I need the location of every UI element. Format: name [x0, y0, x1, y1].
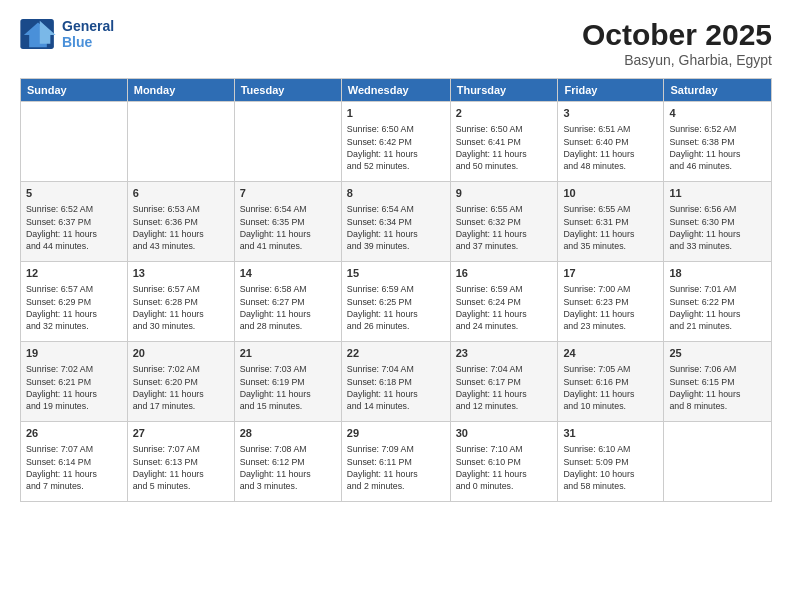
day-info: Sunrise: 7:03 AM Sunset: 6:19 PM Dayligh…: [240, 363, 336, 412]
day-cell: 20Sunrise: 7:02 AM Sunset: 6:20 PM Dayli…: [127, 342, 234, 422]
day-info: Sunrise: 7:00 AM Sunset: 6:23 PM Dayligh…: [563, 283, 658, 332]
day-cell: [21, 102, 128, 182]
day-cell: 16Sunrise: 6:59 AM Sunset: 6:24 PM Dayli…: [450, 262, 558, 342]
day-number: 10: [563, 186, 658, 201]
day-cell: 27Sunrise: 7:07 AM Sunset: 6:13 PM Dayli…: [127, 422, 234, 502]
day-number: 24: [563, 346, 658, 361]
month-title: October 2025: [582, 18, 772, 52]
day-info: Sunrise: 6:51 AM Sunset: 6:40 PM Dayligh…: [563, 123, 658, 172]
day-cell: 5Sunrise: 6:52 AM Sunset: 6:37 PM Daylig…: [21, 182, 128, 262]
day-cell: 22Sunrise: 7:04 AM Sunset: 6:18 PM Dayli…: [341, 342, 450, 422]
title-block: October 2025 Basyun, Gharbia, Egypt: [582, 18, 772, 68]
week-row-4: 19Sunrise: 7:02 AM Sunset: 6:21 PM Dayli…: [21, 342, 772, 422]
day-info: Sunrise: 7:08 AM Sunset: 6:12 PM Dayligh…: [240, 443, 336, 492]
day-cell: 28Sunrise: 7:08 AM Sunset: 6:12 PM Dayli…: [234, 422, 341, 502]
day-number: 29: [347, 426, 445, 441]
day-info: Sunrise: 6:58 AM Sunset: 6:27 PM Dayligh…: [240, 283, 336, 332]
weekday-header-saturday: Saturday: [664, 79, 772, 102]
week-row-3: 12Sunrise: 6:57 AM Sunset: 6:29 PM Dayli…: [21, 262, 772, 342]
day-info: Sunrise: 7:06 AM Sunset: 6:15 PM Dayligh…: [669, 363, 766, 412]
day-info: Sunrise: 6:10 AM Sunset: 5:09 PM Dayligh…: [563, 443, 658, 492]
day-cell: 31Sunrise: 6:10 AM Sunset: 5:09 PM Dayli…: [558, 422, 664, 502]
logo-text: General Blue: [62, 18, 114, 50]
day-info: Sunrise: 6:55 AM Sunset: 6:31 PM Dayligh…: [563, 203, 658, 252]
day-info: Sunrise: 6:56 AM Sunset: 6:30 PM Dayligh…: [669, 203, 766, 252]
day-cell: 3Sunrise: 6:51 AM Sunset: 6:40 PM Daylig…: [558, 102, 664, 182]
day-number: 23: [456, 346, 553, 361]
day-number: 3: [563, 106, 658, 121]
day-cell: 29Sunrise: 7:09 AM Sunset: 6:11 PM Dayli…: [341, 422, 450, 502]
day-info: Sunrise: 6:50 AM Sunset: 6:41 PM Dayligh…: [456, 123, 553, 172]
day-info: Sunrise: 7:07 AM Sunset: 6:14 PM Dayligh…: [26, 443, 122, 492]
day-info: Sunrise: 7:04 AM Sunset: 6:18 PM Dayligh…: [347, 363, 445, 412]
day-number: 18: [669, 266, 766, 281]
day-cell: 24Sunrise: 7:05 AM Sunset: 6:16 PM Dayli…: [558, 342, 664, 422]
calendar-table: SundayMondayTuesdayWednesdayThursdayFrid…: [20, 78, 772, 502]
logo: General Blue: [20, 18, 114, 50]
weekday-header-sunday: Sunday: [21, 79, 128, 102]
weekday-header-friday: Friday: [558, 79, 664, 102]
day-number: 9: [456, 186, 553, 201]
weekday-header-thursday: Thursday: [450, 79, 558, 102]
day-cell: 1Sunrise: 6:50 AM Sunset: 6:42 PM Daylig…: [341, 102, 450, 182]
day-number: 20: [133, 346, 229, 361]
day-number: 6: [133, 186, 229, 201]
day-number: 17: [563, 266, 658, 281]
location: Basyun, Gharbia, Egypt: [582, 52, 772, 68]
day-cell: 11Sunrise: 6:56 AM Sunset: 6:30 PM Dayli…: [664, 182, 772, 262]
day-number: 7: [240, 186, 336, 201]
day-info: Sunrise: 6:59 AM Sunset: 6:24 PM Dayligh…: [456, 283, 553, 332]
day-cell: 4Sunrise: 6:52 AM Sunset: 6:38 PM Daylig…: [664, 102, 772, 182]
day-number: 28: [240, 426, 336, 441]
day-cell: 7Sunrise: 6:54 AM Sunset: 6:35 PM Daylig…: [234, 182, 341, 262]
week-row-1: 1Sunrise: 6:50 AM Sunset: 6:42 PM Daylig…: [21, 102, 772, 182]
day-info: Sunrise: 6:52 AM Sunset: 6:37 PM Dayligh…: [26, 203, 122, 252]
day-cell: 9Sunrise: 6:55 AM Sunset: 6:32 PM Daylig…: [450, 182, 558, 262]
weekday-header-wednesday: Wednesday: [341, 79, 450, 102]
day-cell: 12Sunrise: 6:57 AM Sunset: 6:29 PM Dayli…: [21, 262, 128, 342]
header: General Blue October 2025 Basyun, Gharbi…: [20, 18, 772, 68]
day-info: Sunrise: 6:57 AM Sunset: 6:29 PM Dayligh…: [26, 283, 122, 332]
day-cell: 13Sunrise: 6:57 AM Sunset: 6:28 PM Dayli…: [127, 262, 234, 342]
day-cell: [127, 102, 234, 182]
day-info: Sunrise: 7:10 AM Sunset: 6:10 PM Dayligh…: [456, 443, 553, 492]
day-number: 27: [133, 426, 229, 441]
logo-icon: [20, 19, 56, 49]
day-number: 11: [669, 186, 766, 201]
day-cell: 14Sunrise: 6:58 AM Sunset: 6:27 PM Dayli…: [234, 262, 341, 342]
day-number: 12: [26, 266, 122, 281]
day-number: 8: [347, 186, 445, 201]
weekday-header-row: SundayMondayTuesdayWednesdayThursdayFrid…: [21, 79, 772, 102]
day-info: Sunrise: 6:57 AM Sunset: 6:28 PM Dayligh…: [133, 283, 229, 332]
day-cell: 23Sunrise: 7:04 AM Sunset: 6:17 PM Dayli…: [450, 342, 558, 422]
day-info: Sunrise: 6:53 AM Sunset: 6:36 PM Dayligh…: [133, 203, 229, 252]
day-cell: 21Sunrise: 7:03 AM Sunset: 6:19 PM Dayli…: [234, 342, 341, 422]
day-cell: 19Sunrise: 7:02 AM Sunset: 6:21 PM Dayli…: [21, 342, 128, 422]
day-info: Sunrise: 7:02 AM Sunset: 6:20 PM Dayligh…: [133, 363, 229, 412]
day-number: 31: [563, 426, 658, 441]
day-number: 16: [456, 266, 553, 281]
day-number: 25: [669, 346, 766, 361]
day-cell: 30Sunrise: 7:10 AM Sunset: 6:10 PM Dayli…: [450, 422, 558, 502]
weekday-header-tuesday: Tuesday: [234, 79, 341, 102]
day-info: Sunrise: 7:05 AM Sunset: 6:16 PM Dayligh…: [563, 363, 658, 412]
day-number: 2: [456, 106, 553, 121]
day-info: Sunrise: 6:54 AM Sunset: 6:35 PM Dayligh…: [240, 203, 336, 252]
day-cell: 25Sunrise: 7:06 AM Sunset: 6:15 PM Dayli…: [664, 342, 772, 422]
day-cell: [664, 422, 772, 502]
day-info: Sunrise: 6:54 AM Sunset: 6:34 PM Dayligh…: [347, 203, 445, 252]
day-info: Sunrise: 6:50 AM Sunset: 6:42 PM Dayligh…: [347, 123, 445, 172]
day-number: 15: [347, 266, 445, 281]
day-info: Sunrise: 6:59 AM Sunset: 6:25 PM Dayligh…: [347, 283, 445, 332]
day-number: 4: [669, 106, 766, 121]
day-info: Sunrise: 7:02 AM Sunset: 6:21 PM Dayligh…: [26, 363, 122, 412]
day-info: Sunrise: 6:55 AM Sunset: 6:32 PM Dayligh…: [456, 203, 553, 252]
weekday-header-monday: Monday: [127, 79, 234, 102]
day-info: Sunrise: 7:07 AM Sunset: 6:13 PM Dayligh…: [133, 443, 229, 492]
week-row-2: 5Sunrise: 6:52 AM Sunset: 6:37 PM Daylig…: [21, 182, 772, 262]
day-cell: 26Sunrise: 7:07 AM Sunset: 6:14 PM Dayli…: [21, 422, 128, 502]
day-info: Sunrise: 7:09 AM Sunset: 6:11 PM Dayligh…: [347, 443, 445, 492]
day-number: 19: [26, 346, 122, 361]
day-info: Sunrise: 6:52 AM Sunset: 6:38 PM Dayligh…: [669, 123, 766, 172]
day-number: 22: [347, 346, 445, 361]
